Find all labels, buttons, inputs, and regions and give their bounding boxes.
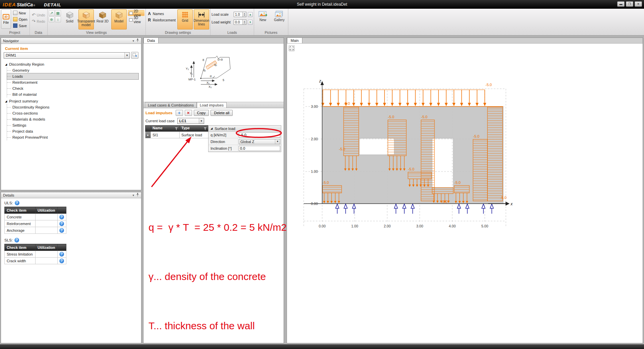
help-icon[interactable]: ?: [59, 252, 64, 257]
svg-text:1.00: 1.00: [311, 169, 318, 173]
redo-button[interactable]: ↷Redo: [31, 18, 46, 24]
close-button[interactable]: ✕: [635, 1, 642, 7]
minimize-button[interactable]: ▬: [617, 1, 625, 7]
chevron-down-icon[interactable]: ▼: [124, 53, 129, 58]
tree-item-discontinuity-regions[interactable]: Discontinuity Regions: [7, 104, 138, 110]
workspace: Navigator ▾ Current item DRM1 ▼ ◢Discont…: [0, 36, 644, 344]
direction-select[interactable]: Global Z ▼: [239, 139, 280, 144]
filter-funnel-icon[interactable]: [204, 127, 207, 131]
group-label-project: Project: [1, 30, 28, 35]
file-button[interactable]: ID File: [1, 9, 11, 29]
dimension-lines-icon: [197, 11, 206, 19]
chevron-down-icon[interactable]: ▾: [132, 194, 134, 197]
gallery-button[interactable]: Gallery: [272, 9, 287, 29]
add-region-button[interactable]: [131, 52, 138, 59]
tree-item-project-data[interactable]: Project data: [7, 128, 138, 134]
undo-button[interactable]: ↶Undo: [31, 12, 46, 18]
reinforcement-toggle[interactable]: RReinforcement: [147, 17, 176, 23]
delete-load-impulse-button[interactable]: ✕: [185, 110, 192, 116]
tree-item-check[interactable]: Check: [7, 85, 138, 91]
inclination-label: Inclination [°]: [209, 145, 238, 151]
help-icon[interactable]: ?: [59, 228, 64, 233]
load-scale-stepper[interactable]: 1.0▲▼: [234, 12, 246, 17]
help-icon[interactable]: ?: [59, 259, 64, 263]
expander-icon: ◢: [211, 127, 213, 130]
help-icon[interactable]: ?: [14, 238, 19, 242]
minimize-icon: ▬: [620, 3, 623, 6]
copy-button[interactable]: Copy: [194, 110, 209, 116]
maximize-button[interactable]: ❐: [626, 1, 633, 7]
open-folder-icon: [13, 17, 17, 21]
names-toggle[interactable]: ANames: [147, 11, 176, 16]
current-load-case-select[interactable]: LC1 ▼: [177, 118, 204, 124]
inclination-input[interactable]: [239, 146, 280, 151]
3d-view-toggle[interactable]: 3D view: [128, 17, 144, 23]
2d-view-icon: [129, 12, 133, 15]
svg-text:-5.0: -5.0: [485, 83, 492, 87]
pin-icon[interactable]: [136, 193, 139, 197]
transparent-model-toggle[interactable]: Transparent model: [78, 9, 94, 29]
view-tool-icon-1[interactable]: ↗: [49, 10, 55, 16]
q-input[interactable]: [239, 132, 280, 138]
tab-main[interactable]: Main: [287, 38, 302, 43]
add-load-impulse-button[interactable]: ＋: [176, 110, 183, 116]
picture-new-button[interactable]: New: [255, 9, 271, 29]
tree-node-project-summary[interactable]: ◢Project summary: [5, 98, 141, 104]
load-weight-stepper[interactable]: 0.0▲▼: [234, 19, 246, 25]
view-tool-icon-3[interactable]: ⊕: [49, 16, 55, 22]
2d-view-toggle[interactable]: 2D view: [128, 10, 144, 16]
svg-text:-5.0: -5.0: [441, 200, 448, 204]
load-weight-down-icon[interactable]: ▼: [248, 20, 253, 25]
tree-node-discontinuity-region[interactable]: ◢Discontinuity Region: [5, 61, 141, 67]
help-icon[interactable]: ?: [15, 201, 19, 205]
grid-toggle[interactable]: Grid: [177, 9, 193, 29]
spinner-arrows-icon[interactable]: ▲▼: [242, 12, 246, 17]
chevron-down-icon[interactable]: ▼: [275, 139, 280, 144]
tree-item-cross-sections[interactable]: Cross-sections: [7, 110, 138, 116]
expander-icon[interactable]: ◢: [5, 100, 7, 103]
pin-icon[interactable]: [136, 39, 139, 43]
row-selector[interactable]: ▸: [145, 132, 151, 138]
solid-toggle[interactable]: Solid: [62, 9, 77, 29]
model-toggle[interactable]: Model: [111, 9, 127, 29]
chevron-down-icon[interactable]: ▾: [132, 39, 134, 43]
filter-funnel-icon[interactable]: [175, 127, 178, 131]
tree-item-geometry[interactable]: Geometry: [7, 67, 138, 73]
delete-all-button[interactable]: Delete all: [211, 110, 233, 116]
save-button[interactable]: Save: [12, 23, 28, 28]
tree-item-report-preview-print[interactable]: Report Preview/Print: [7, 134, 138, 140]
svg-text:3.00: 3.00: [416, 224, 423, 228]
spinner-arrows-icon[interactable]: ▲▼: [242, 20, 246, 24]
tab-load-impulses[interactable]: Load impulses: [197, 102, 227, 108]
current-item-select[interactable]: DRM1 ▼: [4, 52, 130, 59]
tree-item-bill-of-material[interactable]: Bill of material: [7, 91, 138, 97]
dimension-lines-toggle[interactable]: Dimension lines: [194, 9, 209, 29]
view-tool-icon-2[interactable]: ▦: [55, 10, 61, 16]
help-icon[interactable]: ?: [59, 215, 64, 219]
svg-text:5.00: 5.00: [481, 224, 488, 228]
fit-view-button[interactable]: [289, 45, 295, 51]
tree-item-materials-models[interactable]: Materials & models: [7, 116, 138, 122]
tree-item-loads[interactable]: Loads: [7, 73, 138, 79]
real-3d-toggle[interactable]: Real 3D: [95, 9, 110, 29]
tab-data[interactable]: Data: [143, 38, 159, 43]
fit-view-icon: [290, 46, 294, 50]
property-group-header[interactable]: ◢ Surface load: [209, 126, 281, 132]
tree-item-settings[interactable]: Settings: [7, 122, 138, 128]
expander-icon[interactable]: ◢: [5, 63, 7, 66]
main-canvas[interactable]: zx3.002.001.000.000.001.002.003.004.005.…: [287, 44, 643, 343]
open-button[interactable]: Open: [12, 16, 28, 22]
data-panel: Data 8 0=9 q₂: [143, 38, 284, 343]
tab-load-cases-combinations[interactable]: Load cases & Combinations: [145, 102, 197, 108]
help-icon[interactable]: ?: [59, 221, 64, 226]
load-impulse-name[interactable]: SI1: [151, 132, 180, 138]
surface-load-property-grid: ◢ Surface load q [kN/m2] Direction Globa…: [208, 125, 281, 152]
chevron-down-icon[interactable]: ▼: [199, 118, 204, 124]
load-scale-up-icon[interactable]: ▲: [248, 12, 253, 17]
group-label-data: Data: [31, 30, 46, 35]
view-tool-icon-4[interactable]: ↕: [55, 16, 61, 22]
new-button[interactable]: New: [12, 10, 28, 16]
tree-item-reinforcement[interactable]: Reinforcement: [7, 79, 138, 85]
idea-file-icon: ID: [3, 14, 9, 19]
load-impulse-type[interactable]: Surface load: [180, 132, 209, 138]
